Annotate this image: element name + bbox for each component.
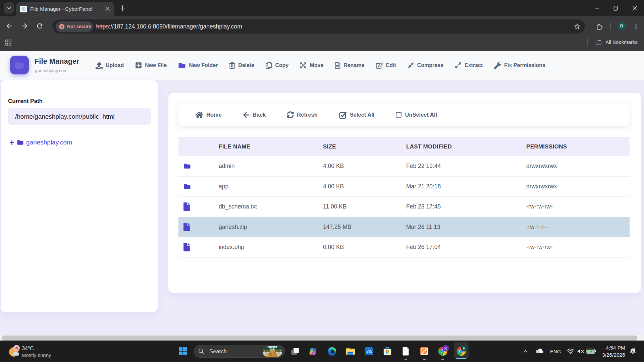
svg-text:z: z [634,347,635,350]
svg-text:z: z [632,349,633,352]
